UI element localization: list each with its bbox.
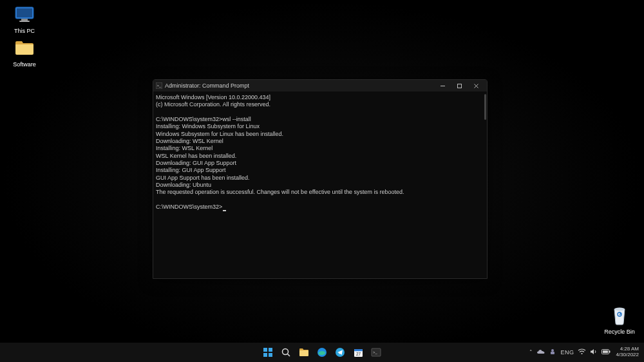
terminal-line: GUI App Support has been installed. bbox=[156, 175, 250, 181]
file-explorer-button[interactable] bbox=[296, 345, 312, 360]
onedrive-icon[interactable] bbox=[536, 349, 545, 356]
terminal-line: Installing: GUI App Support bbox=[156, 167, 226, 173]
terminal-line: Downloading: WSL Kernel bbox=[156, 138, 223, 144]
terminal-line: Installing: WSL Kernel bbox=[156, 145, 213, 151]
svg-rect-29 bbox=[603, 350, 608, 353]
taskbar: 27 >_ ˄ ENG 4:28 AM 4/30/2022 bbox=[0, 343, 644, 362]
terminal-prompt: C:\WINDOWS\system32> bbox=[156, 204, 222, 210]
cmd-icon: >_ bbox=[156, 82, 162, 89]
taskbar-center: 27 >_ bbox=[260, 345, 384, 360]
desktop-icon-label: This PC bbox=[14, 28, 35, 34]
svg-rect-14 bbox=[269, 353, 272, 357]
desktop-icon-recycle-bin[interactable]: Recycle Bin bbox=[600, 305, 639, 335]
desktop-icon-software[interactable]: Software bbox=[5, 37, 44, 68]
svg-point-24 bbox=[551, 349, 554, 352]
terminal-line: Microsoft Windows [Version 10.0.22000.43… bbox=[156, 94, 270, 100]
svg-text:>_: >_ bbox=[157, 84, 162, 88]
search-button[interactable] bbox=[278, 345, 294, 360]
edge-button[interactable] bbox=[314, 345, 330, 360]
titlebar[interactable]: >_ Administrator: Command Prompt bbox=[153, 80, 487, 91]
svg-rect-2 bbox=[21, 19, 28, 21]
battery-icon[interactable] bbox=[601, 349, 611, 356]
minimize-button[interactable] bbox=[434, 80, 451, 91]
terminal-line: The requested operation is successful. C… bbox=[156, 189, 404, 195]
svg-line-16 bbox=[288, 354, 290, 357]
clock-date: 4/30/2022 bbox=[616, 352, 639, 358]
svg-text:27: 27 bbox=[355, 352, 361, 356]
svg-rect-20 bbox=[354, 349, 363, 351]
svg-rect-12 bbox=[269, 348, 272, 352]
svg-rect-28 bbox=[609, 351, 611, 353]
svg-text:>_: >_ bbox=[373, 350, 378, 354]
taskbar-right: ˄ ENG 4:28 AM 4/30/2022 bbox=[529, 343, 644, 362]
recycle-bin-icon bbox=[609, 305, 630, 327]
volume-icon[interactable] bbox=[590, 348, 598, 356]
terminal-line: C:\WINDOWS\system32>wsl --install bbox=[156, 116, 251, 122]
scrollbar-thumb[interactable] bbox=[484, 94, 486, 120]
wifi-icon[interactable] bbox=[578, 348, 586, 356]
svg-rect-3 bbox=[19, 21, 30, 22]
svg-rect-8 bbox=[457, 84, 461, 88]
svg-point-15 bbox=[283, 349, 289, 355]
tray-overflow-button[interactable]: ˄ bbox=[529, 349, 533, 356]
terminal-line: Windows Subsystem for Linux has been ins… bbox=[156, 131, 283, 137]
terminal-cursor bbox=[223, 210, 226, 211]
desktop-icon-this-pc[interactable]: This PC bbox=[5, 4, 44, 34]
terminal-line: (c) Microsoft Corporation. All rights re… bbox=[156, 101, 270, 108]
svg-rect-13 bbox=[263, 353, 267, 357]
svg-rect-11 bbox=[263, 348, 267, 352]
terminal-button[interactable]: >_ bbox=[368, 345, 384, 360]
clock[interactable]: 4:28 AM 4/30/2022 bbox=[616, 347, 639, 358]
terminal-line: WSL Kernel has been installed. bbox=[156, 153, 236, 159]
svg-point-4 bbox=[614, 308, 625, 311]
svg-rect-1 bbox=[17, 8, 32, 17]
terminal-output[interactable]: Microsoft Windows [Version 10.0.22000.43… bbox=[153, 91, 487, 278]
start-button[interactable] bbox=[260, 345, 276, 360]
calendar-button[interactable]: 27 bbox=[350, 345, 366, 360]
terminal-line: Downloading: Ubuntu bbox=[156, 182, 211, 188]
language-indicator[interactable]: ENG bbox=[560, 349, 574, 356]
svg-point-26 bbox=[582, 353, 583, 354]
desktop-icon-label: Recycle Bin bbox=[604, 329, 635, 335]
telegram-button[interactable] bbox=[332, 345, 348, 360]
window-title: Administrator: Command Prompt bbox=[165, 82, 434, 89]
desktop-icon-label: Software bbox=[13, 61, 36, 68]
terminal-line: Downloading: GUI App Support bbox=[156, 160, 236, 166]
pc-icon bbox=[14, 4, 35, 26]
command-prompt-window: >_ Administrator: Command Prompt Microso… bbox=[153, 79, 488, 279]
terminal-line: Installing: Windows Subsystem for Linux bbox=[156, 123, 260, 129]
teams-tray-icon[interactable] bbox=[549, 348, 556, 357]
folder-icon bbox=[14, 37, 35, 59]
maximize-button[interactable] bbox=[451, 80, 468, 91]
svg-rect-25 bbox=[551, 352, 554, 354]
close-button[interactable] bbox=[468, 80, 484, 91]
